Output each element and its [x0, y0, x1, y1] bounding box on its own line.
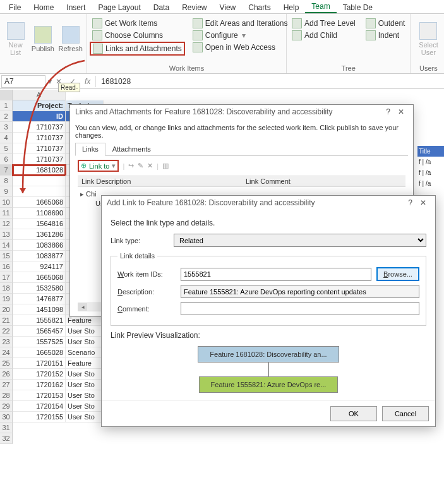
- edit-icon[interactable]: ✎: [138, 162, 143, 170]
- row-header[interactable]: 7: [0, 165, 13, 176]
- tab-page-layout[interactable]: Page Layout: [92, 2, 147, 13]
- choose-columns-button[interactable]: Choose Columns: [90, 30, 185, 41]
- row-header[interactable]: 14: [0, 240, 13, 251]
- publish-button[interactable]: Publish: [30, 15, 56, 63]
- tab-table-design[interactable]: Table De: [337, 2, 379, 13]
- menu-tabs: File Home Insert Page Layout Data Review…: [0, 0, 444, 14]
- row-header[interactable]: 5: [0, 143, 13, 154]
- add-child-button[interactable]: Add Child: [289, 30, 358, 41]
- tab-help[interactable]: Help: [277, 2, 306, 13]
- tab-review[interactable]: Review: [176, 2, 213, 13]
- columns-icon: [92, 30, 102, 40]
- row-header[interactable]: 28: [0, 390, 13, 401]
- dialog2-close-button[interactable]: ✕: [416, 198, 430, 207]
- row-header[interactable]: 25: [0, 358, 13, 369]
- row-header[interactable]: 12: [0, 219, 13, 229]
- link-details-fieldset: Link details Work item IDs: Browse... De…: [111, 252, 426, 326]
- title-column-sliver: Title f | /a f | /a f | /a: [417, 146, 444, 189]
- users-group-label: Users: [413, 63, 443, 73]
- publish-icon: [34, 26, 52, 44]
- link-to-button[interactable]: ⊕Link to▾: [78, 160, 119, 172]
- preview-node-source: Feature 1681028: Discoverability an...: [198, 346, 339, 363]
- row-header[interactable]: 9: [0, 186, 13, 197]
- add-tree-level-button[interactable]: Add Tree Level: [289, 18, 358, 29]
- tab-insert[interactable]: Insert: [60, 2, 92, 13]
- link-type-select[interactable]: Related: [174, 234, 426, 247]
- row-header[interactable]: 8: [0, 176, 13, 186]
- select-user-button[interactable]: Select User: [413, 15, 443, 63]
- get-work-items-button[interactable]: Get Work Items: [90, 18, 185, 29]
- dialog2-title: Add Link to Feature 1681028: Discoverabi…: [107, 198, 315, 207]
- row-header[interactable]: 22: [0, 326, 13, 337]
- ok-button[interactable]: OK: [330, 406, 377, 421]
- tab-home[interactable]: Home: [27, 2, 60, 13]
- name-box[interactable]: A7: [1, 75, 45, 88]
- refresh-button[interactable]: Refresh: [57, 15, 84, 63]
- row-header[interactable]: 27: [0, 380, 13, 390]
- dialog1-close-button[interactable]: ✕: [394, 107, 408, 116]
- readonly-tooltip: Read-: [58, 83, 80, 92]
- link-comment-header[interactable]: Link Comment: [242, 177, 294, 185]
- link-icon: [93, 44, 103, 54]
- link-description-header[interactable]: Link Description: [78, 177, 242, 185]
- dialog1-help-button[interactable]: ?: [382, 107, 394, 116]
- row-header[interactable]: 26: [0, 369, 13, 380]
- row-header[interactable]: 32: [0, 433, 13, 444]
- row-header[interactable]: 6: [0, 154, 13, 165]
- work-item-ids-input[interactable]: [181, 268, 371, 281]
- row-header[interactable]: 16: [0, 261, 13, 272]
- attachments-tab[interactable]: Attachments: [105, 143, 158, 155]
- row-header[interactable]: 24: [0, 347, 13, 358]
- refresh-icon: [62, 26, 80, 44]
- tab-team[interactable]: Team: [305, 1, 336, 13]
- row-header[interactable]: 19: [0, 294, 13, 304]
- configure-button[interactable]: Configure▾: [190, 30, 291, 41]
- cancel-button[interactable]: Cancel: [382, 406, 429, 421]
- new-list-button[interactable]: New List: [3, 15, 28, 63]
- row-header[interactable]: 30: [0, 412, 13, 423]
- row-header[interactable]: 11: [0, 208, 13, 219]
- row-header[interactable]: 20: [0, 304, 13, 315]
- links-tab[interactable]: Links: [75, 143, 105, 156]
- formula-value[interactable]: 1681028: [95, 76, 444, 87]
- redo-icon[interactable]: ↪: [128, 162, 134, 170]
- tab-charts[interactable]: Charts: [242, 2, 277, 13]
- add-child-icon: [292, 30, 302, 40]
- tab-view[interactable]: View: [213, 2, 242, 13]
- row-header[interactable]: 31: [0, 423, 13, 433]
- row-header[interactable]: 18: [0, 283, 13, 294]
- row-header[interactable]: 23: [0, 337, 13, 347]
- comment-input[interactable]: [181, 302, 419, 315]
- browse-button[interactable]: Browse...: [376, 267, 419, 281]
- delete-icon[interactable]: ✕: [147, 162, 153, 170]
- row-header[interactable]: 17: [0, 272, 13, 283]
- row-header[interactable]: 3: [0, 122, 13, 133]
- tree-group-label: Tree: [289, 63, 407, 73]
- dialog2-help-button[interactable]: ?: [404, 198, 416, 207]
- indent-button[interactable]: Indent: [363, 30, 408, 41]
- links-attachments-button[interactable]: Links and Attachments: [90, 42, 185, 56]
- row-header[interactable]: 2: [0, 111, 13, 122]
- row-header[interactable]: 29: [0, 401, 13, 412]
- link-details-legend: Link details: [117, 252, 157, 260]
- gear-icon: [193, 30, 203, 40]
- row-header[interactable]: 21: [0, 315, 13, 326]
- tree-level-icon: [292, 18, 302, 28]
- row-header[interactable]: 4: [0, 133, 13, 143]
- open-web-button[interactable]: Open in Web Access: [190, 42, 291, 53]
- row-header[interactable]: 15: [0, 251, 13, 261]
- outdent-button[interactable]: Outdent: [363, 18, 408, 29]
- row-header[interactable]: 10: [0, 197, 13, 208]
- tab-data[interactable]: Data: [147, 2, 176, 13]
- comment-label: Comment:: [117, 305, 176, 313]
- scroll-left-icon[interactable]: ◂: [78, 303, 87, 311]
- columns-toolbar-icon[interactable]: ▥: [162, 162, 169, 170]
- row-header[interactable]: 13: [0, 229, 13, 240]
- row-header[interactable]: 1: [0, 100, 13, 111]
- description-label: Description:: [117, 288, 176, 296]
- tab-file[interactable]: File: [3, 2, 27, 13]
- preview-connector: [268, 363, 269, 376]
- web-icon: [193, 42, 203, 52]
- fx-icon[interactable]: fx: [80, 77, 95, 86]
- edit-areas-button[interactable]: Edit Areas and Iterations: [190, 18, 291, 29]
